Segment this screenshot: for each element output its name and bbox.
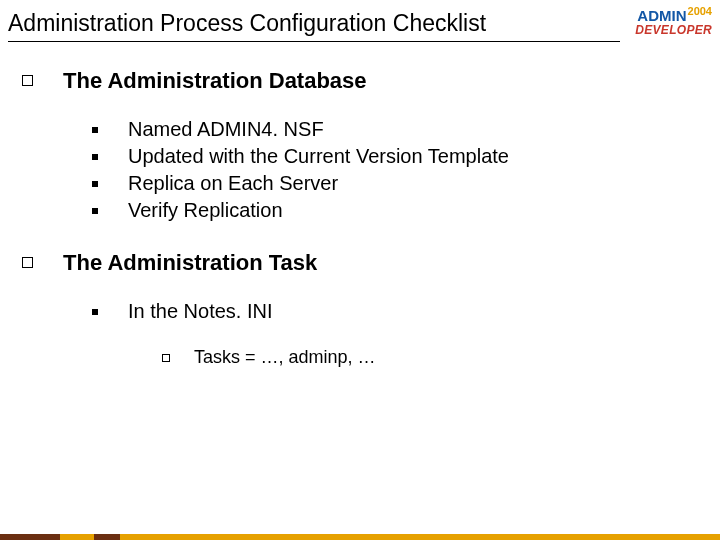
footer-stripe — [0, 534, 720, 540]
list-item: Replica on Each Server — [92, 172, 700, 195]
filled-square-icon — [92, 208, 98, 214]
list-item: Verify Replication — [92, 199, 700, 222]
list-subitem-text: Tasks = …, adminp, … — [194, 347, 376, 368]
list-item-text: Updated with the Current Version Templat… — [128, 145, 509, 168]
logo: ADMIN2004 DEVELOPER — [635, 6, 716, 36]
logo-year-text: 2004 — [688, 5, 712, 17]
filled-square-icon — [92, 309, 98, 315]
slide-title: Administration Process Configuration Che… — [8, 6, 635, 37]
footer-seg — [94, 534, 120, 540]
section-heading: The Administration Task — [22, 250, 700, 276]
hollow-square-icon — [22, 257, 33, 268]
list-subitem: Tasks = …, adminp, … — [162, 347, 700, 368]
footer-seg — [60, 534, 94, 540]
section-heading-text: The Administration Database — [63, 68, 367, 94]
slide: Administration Process Configuration Che… — [0, 0, 720, 540]
footer-seg — [0, 534, 60, 540]
list-item: In the Notes. INI — [92, 300, 700, 323]
logo-developer-text: DEVELOPER — [635, 24, 712, 37]
list-item: Named ADMIN4. NSF — [92, 118, 700, 141]
list-item-text: Replica on Each Server — [128, 172, 338, 195]
content: The Administration Database Named ADMIN4… — [0, 42, 720, 368]
list-item-text: Named ADMIN4. NSF — [128, 118, 324, 141]
hollow-small-square-icon — [162, 354, 170, 362]
footer-seg — [120, 534, 720, 540]
hollow-square-icon — [22, 75, 33, 86]
list-item: Updated with the Current Version Templat… — [92, 145, 700, 168]
title-row: Administration Process Configuration Che… — [0, 0, 720, 37]
filled-square-icon — [92, 181, 98, 187]
section-heading-text: The Administration Task — [63, 250, 317, 276]
logo-admin-text: ADMIN — [637, 7, 686, 24]
section-heading: The Administration Database — [22, 68, 700, 94]
section-items: Named ADMIN4. NSF Updated with the Curre… — [92, 118, 700, 222]
list-item-text: Verify Replication — [128, 199, 283, 222]
filled-square-icon — [92, 154, 98, 160]
filled-square-icon — [92, 127, 98, 133]
section-items: In the Notes. INI — [92, 300, 700, 323]
logo-top: ADMIN2004 — [635, 8, 712, 24]
list-item-text: In the Notes. INI — [128, 300, 273, 323]
section-subitems: Tasks = …, adminp, … — [162, 347, 700, 368]
